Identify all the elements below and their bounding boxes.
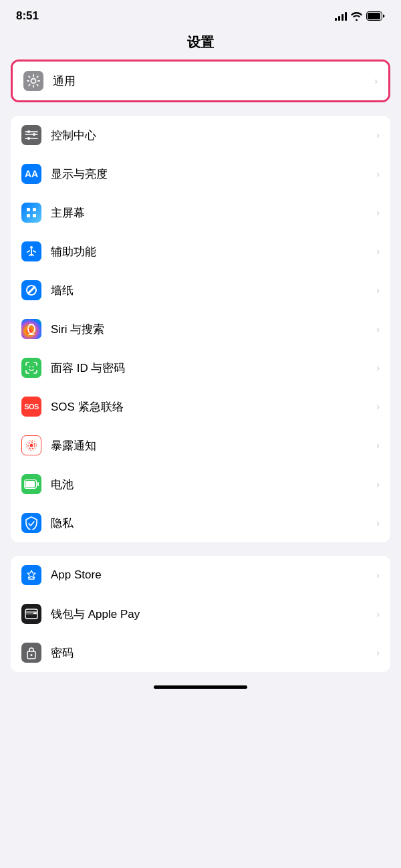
battery-icon (366, 11, 385, 21)
svg-point-21 (33, 366, 34, 368)
battery-label: 电池 (51, 477, 372, 492)
status-time: 8:51 (16, 9, 39, 23)
settings-item-exposure[interactable]: 暴露通知 › (11, 426, 390, 465)
settings-item-control-center[interactable]: 控制中心 › (11, 116, 390, 154)
display-chevron: › (376, 169, 380, 179)
status-bar: 8:51 (0, 0, 401, 28)
wallet-chevron: › (376, 609, 380, 619)
sos-label: SOS 紧急联络 (51, 399, 372, 415)
appstore-label: App Store (51, 568, 372, 582)
svg-point-17 (28, 324, 35, 334)
settings-item-appstore[interactable]: App Store › (11, 556, 390, 594)
svg-rect-29 (33, 613, 37, 614)
homescreen-label: 主屏幕 (51, 205, 372, 221)
exposure-icon (21, 435, 41, 455)
privacy-icon (21, 513, 41, 533)
battery-chevron: › (376, 479, 380, 490)
display-label: 显示与亮度 (51, 167, 372, 182)
exposure-chevron: › (376, 440, 380, 451)
exposure-label: 暴露通知 (51, 438, 372, 453)
settings-item-accessibility[interactable]: 辅助功能 › (11, 232, 390, 271)
settings-item-wallet[interactable]: 钱包与 Apple Pay › (11, 594, 390, 633)
display-icon: AA (21, 164, 41, 184)
faceid-chevron: › (376, 362, 380, 373)
svg-point-16 (30, 246, 33, 249)
faceid-label: 面容 ID 与密码 (51, 360, 372, 376)
svg-rect-26 (25, 481, 35, 487)
svg-rect-1 (368, 13, 380, 19)
wallpaper-icon (21, 280, 41, 300)
control-center-chevron: › (376, 130, 380, 140)
privacy-chevron: › (376, 518, 380, 528)
settings-item-password[interactable]: 密码 › (11, 633, 390, 672)
sos-chevron: › (376, 401, 380, 412)
wallet-icon (21, 604, 41, 624)
status-icons (335, 11, 385, 21)
settings-item-privacy[interactable]: 隐私 › (11, 504, 390, 542)
settings-item-display[interactable]: AA 显示与亮度 › (11, 154, 390, 193)
page-title: 设置 (0, 28, 401, 60)
password-icon (21, 643, 41, 663)
settings-group-apps: App Store › 钱包与 Apple Pay › 密码 › (11, 556, 390, 672)
settings-item-general[interactable]: 通用 › (13, 62, 388, 100)
svg-point-22 (30, 444, 33, 447)
settings-group-main: 控制中心 › AA 显示与亮度 › 主屏幕 › 辅助功能 (11, 116, 390, 542)
siri-icon (21, 319, 41, 339)
control-center-label: 控制中心 (51, 128, 372, 143)
general-chevron: › (374, 76, 378, 86)
svg-point-32 (31, 654, 33, 656)
accessibility-chevron: › (376, 246, 380, 257)
svg-rect-13 (33, 208, 36, 211)
accessibility-icon (21, 241, 41, 261)
general-label: 通用 (53, 74, 370, 89)
wallet-label: 钱包与 Apple Pay (51, 607, 372, 622)
control-center-icon (21, 125, 41, 145)
settings-item-homescreen[interactable]: 主屏幕 › (11, 193, 390, 232)
password-chevron: › (376, 647, 380, 658)
home-bar (154, 685, 247, 689)
svg-point-2 (31, 79, 36, 84)
wallpaper-label: 墙纸 (51, 283, 372, 298)
svg-point-20 (29, 366, 31, 368)
settings-group-general: 通用 › (11, 60, 390, 102)
battery-item-icon (21, 474, 41, 494)
svg-rect-12 (27, 208, 30, 211)
svg-rect-14 (27, 214, 30, 217)
homescreen-chevron: › (376, 207, 380, 218)
svg-rect-15 (33, 214, 36, 217)
appstore-icon (21, 565, 41, 585)
settings-item-battery[interactable]: 电池 › (11, 465, 390, 504)
signal-icon (335, 11, 347, 21)
privacy-label: 隐私 (51, 516, 372, 531)
general-icon (23, 71, 43, 91)
accessibility-label: 辅助功能 (51, 244, 372, 259)
settings-item-faceid[interactable]: 面容 ID 与密码 › (11, 348, 390, 387)
settings-item-wallpaper[interactable]: 墙纸 › (11, 271, 390, 310)
settings-item-sos[interactable]: SOS SOS 紧急联络 › (11, 387, 390, 426)
wifi-icon (351, 12, 362, 21)
wallpaper-chevron: › (376, 285, 380, 296)
faceid-icon (21, 358, 41, 378)
siri-chevron: › (376, 324, 380, 334)
settings-item-siri[interactable]: Siri 与搜索 › (11, 310, 390, 348)
password-label: 密码 (51, 645, 372, 661)
sos-icon: SOS (21, 397, 41, 417)
appstore-chevron: › (376, 570, 380, 580)
homescreen-icon (21, 203, 41, 223)
siri-label: Siri 与搜索 (51, 322, 372, 337)
